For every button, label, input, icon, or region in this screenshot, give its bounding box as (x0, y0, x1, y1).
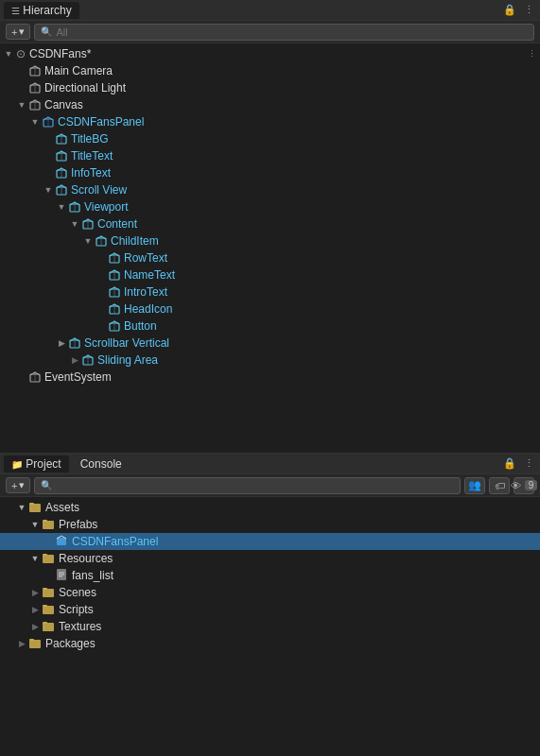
svg-rect-40 (43, 521, 54, 529)
project-add-button[interactable]: + ▾ (6, 477, 30, 493)
svg-rect-55 (29, 640, 41, 648)
scenes-arrow: ▶ (28, 586, 42, 599)
packages-label: Packages (45, 637, 96, 650)
hierarchy-tab-icon: ☰ (11, 6, 20, 16)
canvas-label: Canvas (44, 98, 83, 112)
hierarchy-tab[interactable]: ☰ Hierarchy (4, 2, 79, 19)
tree-item-csdnfanspanel[interactable]: ▼ CSDNFansPanel (0, 113, 540, 130)
textures-arrow: ▶ (28, 620, 42, 633)
folder-icon-scenes (42, 585, 55, 601)
hierarchy-add-button[interactable]: + ▾ (6, 24, 30, 40)
proj-item-scenes[interactable]: ▶ Scenes (0, 584, 540, 601)
infotext-label: InfoText (71, 166, 111, 180)
folder-icon-assets (28, 500, 42, 516)
project-tab-icon: 📁 (11, 459, 23, 470)
hierarchy-lock-icon[interactable]: 🔒 (502, 3, 517, 18)
scripts-arrow: ▶ (28, 603, 42, 616)
scrollbar-label: Scrollbar Vertical (84, 336, 169, 350)
proj-item-textures[interactable]: ▶ Textures (0, 618, 540, 635)
hierarchy-tab-bar-right: 🔒 ⋮ (502, 3, 536, 18)
tree-item-childitem[interactable]: ▼ ChildItem (0, 232, 540, 249)
tree-item-introtext[interactable]: IntroText (0, 284, 540, 301)
proj-item-fans-list[interactable]: fans_list (0, 567, 540, 584)
add-label: + (11, 26, 17, 38)
cube-icon-csdnfanspanel (42, 115, 55, 129)
project-eye-icon[interactable]: 👁 9 (514, 477, 534, 494)
prefabs-label: Prefabs (59, 518, 97, 531)
tree-item-sliding-area[interactable]: ▶ Sliding Area (0, 352, 540, 369)
tree-item-titlebg[interactable]: TitleBG (0, 130, 540, 147)
resources-arrow: ▼ (28, 552, 42, 565)
scripts-label: Scripts (59, 603, 94, 616)
tree-item-directional-light[interactable]: Directional Light (0, 79, 540, 96)
viewport-label: Viewport (84, 200, 128, 214)
proj-item-prefabs[interactable]: ▼ Prefabs (0, 516, 540, 533)
svg-rect-49 (43, 589, 54, 597)
tree-item-button[interactable]: Button (0, 318, 540, 335)
assets-arrow: ▼ (15, 501, 28, 514)
packages-arrow: ▶ (15, 637, 28, 650)
prefab-icon-csdnfanspanel (55, 534, 68, 550)
cube-icon-sliding (81, 353, 95, 367)
proj-add-label: + (11, 480, 17, 491)
svg-rect-51 (43, 606, 54, 614)
tree-item-scrollbar-vertical[interactable]: ▶ Scrollbar Vertical (0, 335, 540, 352)
tree-item-rowtext[interactable]: RowText (0, 249, 540, 266)
console-tab[interactable]: Console (73, 455, 130, 472)
svg-rect-41 (43, 520, 47, 522)
cube-icon-titlebg (55, 132, 68, 146)
folder-icon-packages (28, 636, 42, 652)
project-lock-icon[interactable]: 🔒 (502, 456, 517, 472)
proj-item-resources[interactable]: ▼ Resources (0, 550, 540, 567)
sliding-arrow: ▶ (68, 353, 81, 367)
scene-root[interactable]: ▼ ⊙ CSDNFans* ⋮ (0, 45, 540, 62)
project-search-box[interactable]: 🔍 (34, 477, 461, 494)
project-tab[interactable]: 📁 Project (4, 455, 69, 472)
hierarchy-tab-bar: ☰ Hierarchy 🔒 ⋮ (0, 0, 540, 21)
proj-item-csdnfanspanel-prefab[interactable]: CSDNFansPanel (0, 533, 540, 550)
tree-item-canvas[interactable]: ▼ Canvas (0, 96, 540, 113)
proj-add-arrow: ▾ (19, 479, 25, 491)
hierarchy-tree[interactable]: ▼ ⊙ CSDNFans* ⋮ Main Camera Directional … (0, 43, 540, 453)
svg-rect-52 (43, 605, 47, 607)
scenes-label: Scenes (59, 586, 96, 599)
proj-item-scripts[interactable]: ▶ Scripts (0, 601, 540, 618)
console-tab-label: Console (80, 457, 122, 471)
scroll-view-arrow: ▼ (42, 183, 55, 197)
svg-rect-50 (43, 588, 47, 590)
tree-item-titletext[interactable]: TitleText (0, 147, 540, 164)
cube-icon-button (108, 319, 121, 333)
tree-item-viewport[interactable]: ▼ Viewport (0, 198, 540, 215)
proj-item-packages[interactable]: ▶ Packages (0, 635, 540, 652)
hierarchy-search-box[interactable]: 🔍 (34, 24, 534, 41)
hierarchy-menu-icon[interactable]: ⋮ (521, 3, 536, 18)
scene-label: CSDNFans* (29, 47, 91, 60)
project-tree[interactable]: ▼ Assets ▼ Prefabs CSDNFansPanel (0, 497, 540, 756)
folder-icon-resources (42, 551, 55, 567)
cube-icon-main-camera (28, 64, 42, 77)
cube-icon-nametext (108, 268, 121, 282)
childitem-arrow: ▼ (81, 234, 95, 248)
cube-icon-canvas (28, 98, 42, 112)
project-search-icon: 🔍 (41, 480, 52, 490)
cube-icon-scrollbar (68, 336, 81, 350)
tree-item-headicon[interactable]: HeadIcon (0, 301, 540, 318)
tree-item-eventsystem[interactable]: EventSystem (0, 369, 540, 386)
cube-icon-dir-light (28, 81, 42, 94)
project-search-input[interactable] (56, 480, 454, 491)
project-menu-icon[interactable]: ⋮ (521, 456, 536, 472)
tree-item-main-camera[interactable]: Main Camera (0, 62, 540, 79)
proj-item-assets[interactable]: ▼ Assets (0, 499, 540, 516)
tree-item-scroll-view[interactable]: ▼ Scroll View (0, 181, 540, 198)
project-people-icon[interactable]: 👥 (464, 477, 485, 494)
project-tag-icon[interactable]: 🏷 (489, 477, 510, 494)
directional-light-label: Directional Light (44, 81, 126, 94)
tree-item-nametext[interactable]: NameText (0, 266, 540, 284)
folder-icon-textures (42, 619, 55, 635)
cube-icon-content (81, 217, 95, 231)
viewport-arrow: ▼ (55, 200, 68, 214)
tree-item-infotext[interactable]: InfoText (0, 164, 540, 181)
hierarchy-search-input[interactable] (56, 26, 528, 38)
introtext-label: IntroText (124, 285, 167, 299)
tree-item-content[interactable]: ▼ Content (0, 215, 540, 232)
